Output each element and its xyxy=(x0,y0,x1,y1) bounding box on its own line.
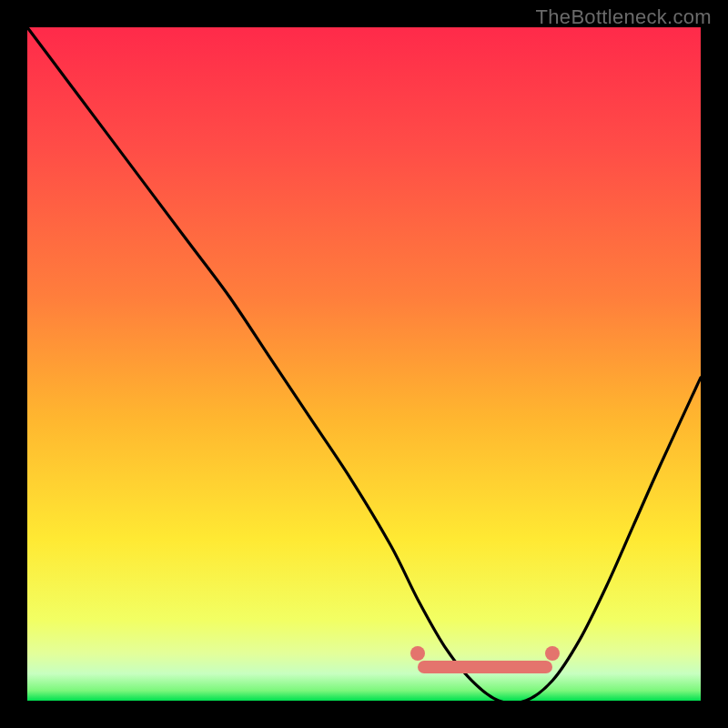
bottleneck-curve xyxy=(27,27,701,701)
plot-area xyxy=(27,27,701,701)
chart-stage: TheBottleneck.com xyxy=(0,0,728,728)
watermark-text: TheBottleneck.com xyxy=(536,5,712,29)
optimum-range-band xyxy=(418,661,552,673)
